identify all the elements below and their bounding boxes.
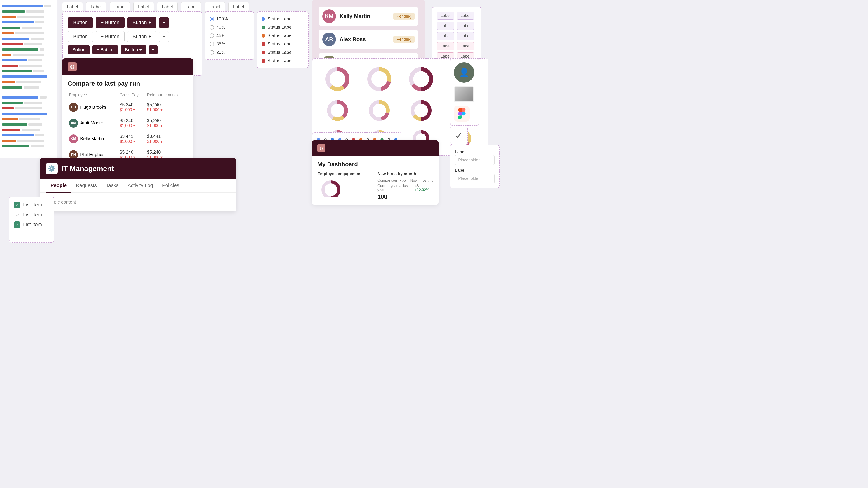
label-row-2: Label Label — [437, 22, 476, 30]
td-employee: KM Kelly Martin — [68, 131, 118, 147]
list-item-3[interactable]: ✓ List Item — [14, 221, 49, 228]
donut-5 — [319, 98, 355, 123]
it-tab-requests[interactable]: Requests — [71, 179, 101, 193]
it-content-placeholder: People content — [46, 199, 230, 205]
input-field-2[interactable]: Placeholder — [455, 174, 495, 184]
top-label-1: Label — [62, 2, 83, 11]
label-chip-4-2: Label — [457, 42, 474, 50]
pay-header: ⟪⟫ — [62, 58, 193, 75]
rp-thumbnail-img — [454, 86, 474, 102]
dash-comparison-value: Current year vs last year 48 +12.32% — [377, 184, 433, 192]
person-row-kelly: KM Kelly Martin Pending — [319, 7, 418, 26]
badge-kelly: Pending — [393, 13, 414, 20]
checkmark-icon: ✓ — [455, 131, 463, 141]
bar-seg — [44, 5, 51, 7]
it-tab-tasks[interactable]: Tasks — [101, 179, 123, 193]
status-label-2: Status Label — [268, 25, 292, 30]
button-3-plus[interactable]: + — [149, 45, 158, 55]
status-item-6: Status Label — [261, 58, 304, 63]
dash-title: My Dashboard — [317, 161, 433, 168]
btn-row-filled-1: Button + Button Button + + — [68, 17, 196, 28]
button-1-2[interactable]: + Button — [96, 17, 125, 28]
button-1-1[interactable]: Button — [68, 17, 93, 28]
it-header: ⚙️ IT Management — [39, 158, 236, 179]
td-employee: HB Hugo Brooks — [68, 99, 118, 115]
donut-svg-3 — [408, 66, 435, 93]
rp-thumb-image — [455, 88, 473, 101]
status-dot-6 — [261, 59, 265, 63]
radio-item-2[interactable]: 40% — [210, 25, 249, 30]
radio-circle-1 — [210, 17, 214, 21]
table-row: HB Hugo Brooks $5,240 $1,000 ▾ $5,240 $1… — [68, 99, 188, 115]
btn-row-outline-1: Button + Button Button + + — [68, 31, 196, 42]
radio-item-1[interactable]: 100% — [210, 16, 249, 22]
pay-avatar-amit: AM — [69, 119, 78, 128]
engagement-chart — [317, 178, 344, 197]
radio-label-2: 40% — [216, 25, 225, 30]
list-item-label-3: List Item — [23, 222, 42, 228]
button-3-2[interactable]: + Button — [92, 45, 118, 55]
td-employee: AM Amit Moore — [68, 115, 118, 131]
col-employee: Employee — [68, 91, 118, 99]
label-row-3: Label Label — [437, 32, 476, 40]
list-check-3: ✓ — [14, 221, 20, 228]
left-bar-charts — [0, 0, 57, 158]
button-2-plus[interactable]: + — [159, 31, 169, 42]
input-group-1: Label Placeholder — [455, 150, 495, 165]
label-chip-3-2: Label — [457, 32, 474, 40]
status-item-4: Status Label — [261, 41, 304, 46]
dash-section-engagement: Employee engagement — [317, 171, 373, 200]
button-2-3[interactable]: Button + — [127, 31, 156, 42]
button-3-1[interactable]: Button — [68, 45, 90, 55]
radio-item-4[interactable]: 35% — [210, 41, 249, 46]
top-label-3: Label — [110, 2, 130, 11]
input-field-1[interactable]: Placeholder — [455, 155, 495, 165]
employee-name-amit: Amit Moore — [80, 121, 103, 126]
rp-app-icon-figma — [454, 106, 470, 122]
pay-logo: ⟪⟫ — [68, 62, 76, 71]
dash-hires-number: 100 — [377, 193, 433, 200]
it-management-panel: ⚙️ IT Management People Requests Tasks A… — [39, 158, 236, 212]
list-item-2[interactable]: ☆ List Item — [14, 212, 49, 218]
top-label-6: Label — [181, 2, 202, 11]
it-tab-activity[interactable]: Activity Log — [123, 179, 158, 193]
top-label-7: Label — [205, 2, 225, 11]
dash-engagement-title: Employee engagement — [317, 171, 373, 176]
button-1-plus[interactable]: + — [159, 17, 169, 28]
col-reimb: Reimbursements — [146, 91, 188, 99]
right-person-panel: 👤 — [450, 58, 479, 126]
status-label-6: Status Label — [268, 58, 292, 63]
label-row-1: Label Label — [437, 12, 476, 20]
status-label-4: Status Label — [268, 41, 292, 46]
dash-sections: Employee engagement New hires by month C… — [317, 171, 433, 200]
table-row: KM Kelly Martin $3,441 $1,000 ▾ $3,441 $… — [68, 131, 188, 147]
table-row: AM Amit Moore $5,240 $1,000 ▾ $5,240 $1,… — [68, 115, 188, 131]
employee-name-hugo: Hugo Brooks — [80, 105, 106, 110]
dash-section-hires: New hires by month Comparison Type New h… — [377, 171, 433, 200]
rp-avatar-person: 👤 — [454, 62, 474, 83]
radio-item-5[interactable]: 20% — [210, 50, 249, 55]
it-title: IT Management — [61, 164, 114, 173]
status-panel: Status Label ✓ Status Label Status Label… — [256, 11, 309, 68]
list-item-1[interactable]: ✓ List Item — [14, 201, 49, 208]
it-tab-policies[interactable]: Policies — [158, 179, 184, 193]
it-tab-people[interactable]: People — [46, 179, 71, 193]
label-chip-2-2: Label — [457, 22, 474, 30]
bar-seg — [2, 5, 43, 7]
donut-svg-2 — [366, 66, 393, 93]
list-check-1: ✓ — [14, 201, 20, 208]
radio-panel: 100% 40% 45% 35% 20% — [205, 11, 254, 60]
list-item-4[interactable]: ⋮ — [14, 231, 49, 238]
label-row-4: Label Label — [437, 42, 476, 50]
status-dot-2: ✓ — [261, 26, 265, 29]
button-2-1[interactable]: Button — [68, 31, 93, 42]
status-label-5: Status Label — [268, 50, 292, 55]
button-3-3[interactable]: Button + — [121, 45, 146, 55]
pay-avatar-hugo: HB — [69, 103, 78, 112]
button-2-2[interactable]: + Button — [96, 31, 125, 42]
donut-1 — [319, 66, 355, 93]
input-label-panel: Label Placeholder Label Placeholder — [450, 144, 500, 188]
radio-item-3[interactable]: 45% — [210, 33, 249, 38]
button-1-3[interactable]: Button + — [127, 17, 156, 28]
input-group-2: Label Placeholder — [455, 168, 495, 184]
